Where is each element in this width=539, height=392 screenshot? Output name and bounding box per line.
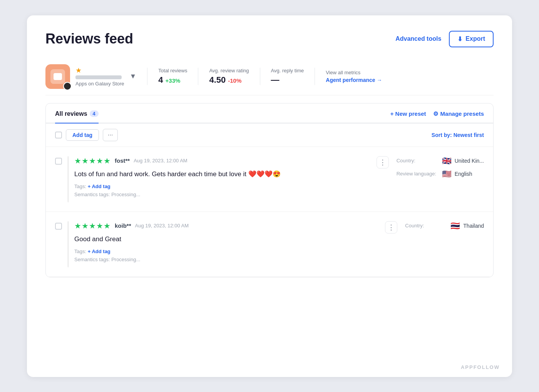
review-stars-2: ★★★★★ [74, 221, 111, 230]
app-dropdown-button[interactable]: ▼ [126, 72, 139, 80]
country-value-2: Thailand [463, 223, 484, 229]
stat-avg-change: -10% [228, 77, 241, 84]
view-metrics: View all metrics Agent performance → [315, 68, 393, 85]
tab-count-badge: 4 [90, 110, 99, 117]
stat-total-value: 4 +33% [158, 75, 187, 85]
review-tags-2: Tags: + Add tag [74, 249, 380, 254]
app-info: ★ Apps on Galaxy Store [75, 66, 124, 87]
stat-total-reviews: Total reviews 4 +33% [147, 68, 198, 85]
review-item: ★★★★★ fost** Aug 19, 2023, 12:00 AM Lots… [46, 147, 493, 212]
page-header: Reviews feed Advanced tools ⬇ Export [45, 31, 494, 47]
review-semantics-2: Semantics tags: Processing... [74, 257, 380, 262]
advanced-tools-button[interactable]: Advanced tools [395, 35, 441, 42]
review-content-1: ★★★★★ fost** Aug 19, 2023, 12:00 AM Lots… [74, 156, 371, 198]
gear-icon: ⚙ [433, 110, 438, 117]
tab-actions: + New preset ⚙ Manage presets [390, 110, 484, 123]
review-text-2: Good and Great [74, 234, 380, 244]
review-semantics-1: Semantics tags: Processing... [74, 192, 371, 197]
review-right-1: ⋮ Country: 🇬🇧 United Kin... Review langu… [377, 156, 484, 178]
country-flag-1: 🇬🇧 [442, 156, 452, 165]
agent-performance-link[interactable]: Agent performance → [326, 77, 382, 83]
new-preset-button[interactable]: + New preset [390, 110, 426, 117]
review-border-1 [67, 156, 69, 202]
review-stars-1: ★★★★★ [74, 156, 111, 165]
stat-total-label: Total reviews [158, 68, 187, 73]
country-row-1: Country: 🇬🇧 United Kin... [397, 156, 484, 165]
country-row-2: Country: 🇹🇭 Thailand [405, 221, 484, 230]
stats-row: Total reviews 4 +33% Avg. review rating … [147, 68, 494, 85]
add-tag-button[interactable]: Add tag [66, 129, 99, 141]
reviews-section: All reviews 4 + New preset ⚙ Manage pres… [45, 103, 494, 277]
manage-presets-button[interactable]: ⚙ Manage presets [433, 110, 484, 117]
review-item: ★★★★★ koib** Aug 19, 2023, 12:00 AM Good… [46, 212, 493, 277]
review-tags-1: Tags: + Add tag [74, 183, 371, 189]
review-country-2: Country: 🇹🇭 Thailand [405, 221, 484, 230]
export-button[interactable]: ⬇ Export [449, 31, 494, 47]
stat-avg-rating: Avg. review rating 4.50 -10% [198, 68, 259, 85]
language-value-1: English [455, 171, 472, 177]
app-icon [45, 64, 70, 89]
review-meta-1: ★★★★★ fost** Aug 19, 2023, 12:00 AM [74, 156, 371, 165]
country-label-1: Country: [397, 158, 439, 163]
review-meta-2: ★★★★★ koib** Aug 19, 2023, 12:00 AM [74, 221, 380, 230]
page-title: Reviews feed [45, 31, 133, 47]
app-store-name: Apps on Galaxy Store [75, 81, 124, 87]
review-date-1: Aug 19, 2023, 12:00 AM [134, 158, 187, 163]
language-row-1: Review language: 🇺🇸 English [397, 169, 484, 178]
reviews-toolbar: Add tag ··· Sort by: Newest first [46, 123, 493, 147]
add-tag-link-2[interactable]: + Add tag [88, 249, 110, 254]
app-name-bar [75, 75, 122, 79]
watermark: APPFOLLOW [461, 364, 500, 370]
sort-button[interactable]: Sort by: Newest first [432, 132, 484, 138]
review-checkbox-2[interactable] [55, 223, 62, 230]
review-author-1: fost** [115, 157, 130, 164]
country-label-2: Country: [405, 223, 447, 229]
app-star-icon: ★ [75, 66, 124, 75]
more-actions-button[interactable]: ··· [103, 129, 118, 141]
review-date-2: Aug 19, 2023, 12:00 AM [135, 223, 189, 229]
header-actions: Advanced tools ⬇ Export [395, 31, 494, 47]
review-checkbox-1[interactable] [55, 158, 62, 165]
stat-avg-value: 4.50 -10% [209, 75, 249, 85]
country-value-1: United Kin... [455, 158, 484, 164]
app-icon-badge [63, 82, 72, 90]
app-row: ★ Apps on Galaxy Store ▼ Total reviews 4… [45, 58, 494, 95]
toolbar-left: Add tag ··· [55, 129, 118, 141]
country-flag-2: 🇹🇭 [450, 221, 460, 230]
language-label-1: Review language: [397, 171, 439, 177]
reviews-tabs: All reviews 4 + New preset ⚙ Manage pres… [46, 103, 493, 123]
review-border-2 [67, 221, 69, 267]
view-metrics-label: View all metrics [326, 70, 382, 75]
stat-avg-label: Avg. review rating [209, 68, 249, 73]
review-country-1: Country: 🇬🇧 United Kin... Review languag… [397, 156, 484, 178]
review-right-2: ⋮ Country: 🇹🇭 Thailand [385, 221, 484, 234]
review-more-button-2[interactable]: ⋮ [385, 221, 397, 234]
review-more-button-1[interactable]: ⋮ [377, 156, 389, 168]
review-text-1: Lots of fun and hard work. Gets harder e… [74, 169, 371, 179]
stat-reply-label: Avg. reply time [271, 68, 304, 73]
review-content-2: ★★★★★ koib** Aug 19, 2023, 12:00 AM Good… [74, 221, 380, 263]
add-tag-link-1[interactable]: + Add tag [88, 183, 110, 189]
stat-reply-time: Avg. reply time — [260, 68, 315, 85]
language-flag-1: 🇺🇸 [442, 169, 452, 178]
review-author-2: koib** [115, 222, 131, 229]
stat-total-change: +33% [166, 77, 181, 84]
select-all-checkbox[interactable] [55, 132, 62, 138]
tab-all-reviews[interactable]: All reviews 4 [55, 110, 99, 123]
stat-reply-value: — [271, 75, 304, 85]
export-icon: ⬇ [457, 35, 462, 43]
